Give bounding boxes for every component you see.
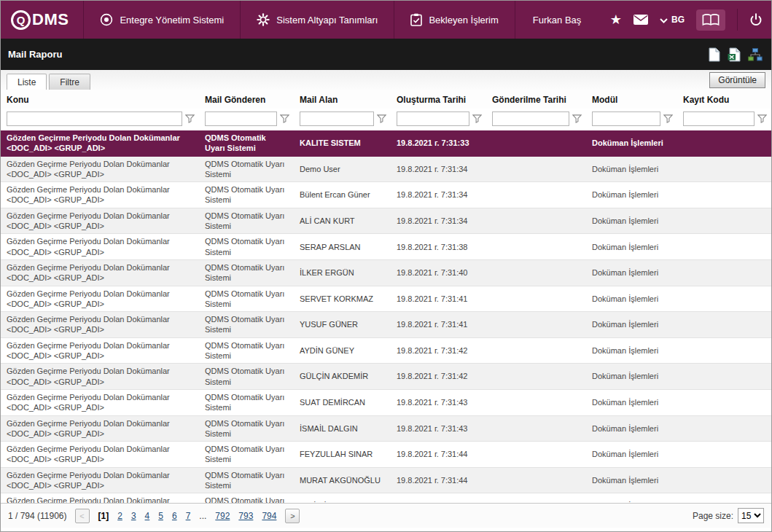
- cell-created: 19.8.2021 г. 7:31:44: [391, 467, 486, 493]
- column-header[interactable]: Mail Alan: [294, 90, 391, 109]
- table-row[interactable]: Gözden Geçirme Periyodu Dolan Dokümanlar…: [1, 286, 771, 312]
- titlebar: Mail Raporu: [1, 39, 771, 70]
- column-header[interactable]: Modül: [586, 90, 677, 109]
- cell-sent: [486, 415, 586, 442]
- page-title: Mail Raporu: [8, 49, 62, 60]
- cell-sent: [486, 234, 586, 260]
- cell-recipient: SERVET KORKMAZ: [294, 286, 391, 312]
- open-book-icon[interactable]: [696, 9, 725, 31]
- mail-icon[interactable]: [633, 15, 648, 25]
- filter-funnel-icon[interactable]: [663, 114, 673, 123]
- cell-module: Doküman İşlemleri: [586, 259, 677, 286]
- table-row[interactable]: Gözden Geçirme Periyodu Dolan Dokümanlar…: [1, 259, 771, 286]
- cell-konu: Gözden Geçirme Periyodu Dolan Dokümanlar…: [1, 156, 199, 182]
- table-row[interactable]: Gözden Geçirme Periyodu Dolan Dokümanlar…: [1, 208, 771, 234]
- table-row[interactable]: Gözden Geçirme Periyodu Dolan Dokümanlar…: [1, 312, 771, 338]
- cell-record-code: [677, 182, 771, 208]
- filter-funnel-icon[interactable]: [472, 114, 482, 123]
- qdms-logo[interactable]: Q DMS: [1, 1, 83, 39]
- page-size-select[interactable]: 15: [738, 508, 764, 523]
- column-header[interactable]: Konu: [1, 90, 199, 109]
- table-row[interactable]: Gözden Geçirme Periyodu Dolan Dokümanlar…: [1, 337, 771, 364]
- page-link[interactable]: 3: [131, 511, 136, 521]
- cell-konu: Gözden Geçirme Periyodu Dolan Dokümanlar…: [1, 182, 199, 208]
- page-link[interactable]: 792: [215, 511, 230, 521]
- table-row[interactable]: Gözden Geçirme Periyodu Dolan Dokümanlar…: [1, 442, 771, 468]
- document-icon[interactable]: [709, 47, 720, 62]
- page-ellipsis: ...: [199, 511, 206, 521]
- table-row[interactable]: Gözden Geçirme Periyodu Dolan Dokümanlar…: [1, 130, 771, 156]
- filter-funnel-icon[interactable]: [280, 114, 289, 123]
- filter-row: [1, 109, 771, 130]
- cell-konu: Gözden Geçirme Periyodu Dolan Dokümanlar…: [1, 364, 199, 390]
- cell-sent: [486, 493, 586, 503]
- tab-liste[interactable]: Liste: [7, 74, 47, 90]
- page-link[interactable]: 794: [262, 511, 276, 521]
- page-size-label: Page size:: [693, 511, 733, 521]
- filter-input[interactable]: [492, 112, 569, 126]
- cell-module: Doküman İşlemleri: [586, 442, 677, 468]
- cell-sent: [486, 286, 586, 312]
- page-link[interactable]: 793: [238, 511, 253, 521]
- cell-module: Doküman İşlemleri: [586, 493, 677, 503]
- qdms-logo-text: DMS: [32, 10, 69, 29]
- menu-item-entegre-yonetim-sistemi[interactable]: Entegre Yönetim Sistemi: [83, 1, 240, 39]
- filter-input[interactable]: [592, 112, 660, 126]
- cell-konu: Gözden Geçirme Periyodu Dolan Dokümanlar…: [1, 389, 199, 415]
- cell-sent: [486, 130, 586, 156]
- page-link[interactable]: 7: [186, 511, 191, 521]
- language-selector[interactable]: BG: [660, 13, 685, 26]
- goruntule-button[interactable]: Görüntüle: [709, 72, 765, 88]
- table-row[interactable]: Gözden Geçirme Periyodu Dolan Dokümanlar…: [1, 493, 771, 503]
- page-current: [1]: [98, 511, 109, 521]
- page-link[interactable]: 6: [172, 511, 177, 521]
- cell-module: Doküman İşlemleri: [586, 312, 677, 338]
- integrated-system-icon: [100, 13, 113, 26]
- favorites-star-icon[interactable]: ★: [610, 13, 622, 26]
- table-row[interactable]: Gözden Geçirme Periyodu Dolan Dokümanlar…: [1, 415, 771, 442]
- org-chart-icon[interactable]: [748, 48, 763, 61]
- cell-konu: Gözden Geçirme Periyodu Dolan Dokümanlar…: [1, 312, 199, 338]
- filter-funnel-icon[interactable]: [185, 114, 195, 123]
- cell-recipient: Demo User: [294, 156, 391, 182]
- cell-recipient: SUAT DEMİRCAN: [294, 389, 391, 415]
- table-body: Gözden Geçirme Periyodu Dolan Dokümanlar…: [1, 130, 771, 503]
- menu-item-sistem-altyapi-tanimlari[interactable]: Sistem Altyapı Tanımları: [240, 1, 394, 39]
- cell-record-code: [677, 286, 771, 312]
- table-row[interactable]: Gözden Geçirme Periyodu Dolan Dokümanlar…: [1, 234, 771, 260]
- table-row[interactable]: Gözden Geçirme Periyodu Dolan Dokümanlar…: [1, 364, 771, 390]
- table-row[interactable]: Gözden Geçirme Periyodu Dolan Dokümanlar…: [1, 156, 771, 182]
- excel-export-icon[interactable]: [728, 47, 741, 62]
- cell-sent: [486, 182, 586, 208]
- page-link[interactable]: 5: [158, 511, 163, 521]
- filter-funnel-icon[interactable]: [377, 114, 386, 123]
- filter-input[interactable]: [7, 112, 182, 126]
- cell-konu: Gözden Geçirme Periyodu Dolan Dokümanlar…: [1, 130, 199, 156]
- menu-item-bekleyen-islerim[interactable]: Bekleyen İşlerim: [394, 1, 514, 39]
- power-icon[interactable]: [749, 13, 763, 26]
- filter-funnel-icon[interactable]: [757, 114, 767, 123]
- cell-sent: [486, 337, 586, 364]
- page-link[interactable]: 2: [117, 511, 122, 521]
- column-header[interactable]: Kayıt Kodu: [677, 90, 771, 109]
- mail-report-grid: KonuMail GönderenMail AlanOluşturma Tari…: [1, 90, 771, 503]
- filter-input[interactable]: [205, 112, 277, 126]
- table-row[interactable]: Gözden Geçirme Periyodu Dolan Dokümanlar…: [1, 467, 771, 493]
- table-row[interactable]: Gözden Geçirme Periyodu Dolan Dokümanlar…: [1, 389, 771, 415]
- table-row[interactable]: Gözden Geçirme Periyodu Dolan Dokümanlar…: [1, 182, 771, 208]
- qdms-app-window: Q DMS Entegre Yönetim Sistemi: [0, 0, 772, 532]
- page-link[interactable]: 4: [145, 511, 150, 521]
- filter-funnel-icon[interactable]: [572, 114, 582, 123]
- cell-sender: QDMS Otomatik Uyarı Sistemi: [199, 130, 294, 156]
- tab-filtre[interactable]: Filtre: [49, 74, 90, 90]
- filter-input[interactable]: [397, 112, 469, 126]
- cell-created: 19.8.2021 г. 7:31:41: [391, 286, 486, 312]
- filter-input[interactable]: [300, 112, 374, 126]
- column-header[interactable]: Mail Gönderen: [199, 90, 294, 109]
- filter-input[interactable]: [683, 112, 755, 126]
- next-page-button[interactable]: >: [285, 509, 300, 523]
- column-header[interactable]: Gönderilme Tarihi: [486, 90, 586, 109]
- user-name[interactable]: Furkan Baş: [515, 1, 599, 39]
- prev-page-button[interactable]: <: [75, 509, 90, 523]
- column-header[interactable]: Oluşturma Tarihi: [391, 90, 486, 109]
